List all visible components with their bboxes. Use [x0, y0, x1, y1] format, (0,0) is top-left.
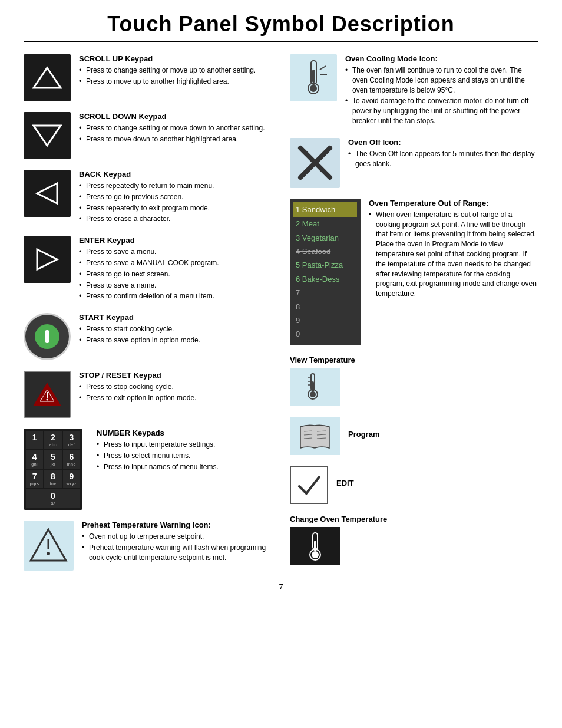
menu-item-3: 3 Vegetarian — [296, 231, 355, 245]
back-icon-box — [24, 170, 71, 217]
start-icon-box — [24, 313, 71, 360]
svg-point-12 — [47, 552, 50, 555]
back-row: BACK Keypad Press repeatedly to return t… — [24, 170, 272, 225]
scroll-up-icon-box — [24, 54, 71, 101]
edit-label: EDIT — [336, 479, 354, 487]
view-temp-section: View Temperature — [290, 355, 538, 406]
scroll-down-icon — [24, 112, 71, 159]
scroll-up-text: SCROLL UP Keypad Press to change setting… — [79, 54, 272, 88]
change-oven-temp-label: Change Oven Temperature — [290, 515, 538, 523]
temp-range-text: Oven Temperature Out of Range: When oven… — [369, 199, 538, 300]
key-1: 1 — [26, 431, 43, 449]
oven-off-label: Oven Off Icon: — [348, 138, 538, 147]
start-row: START Keypad Press to start cooking cycl… — [24, 313, 272, 360]
cooling-row: Oven Cooling Mode Icon: The oven fan wil… — [290, 54, 538, 127]
oven-off-row: Oven Off Icon: The Oven Off Icon appears… — [290, 138, 538, 188]
program-icon — [290, 417, 340, 455]
key-3: 3def — [63, 431, 80, 449]
edit-row: EDIT — [290, 466, 538, 504]
key-5: 5jkl — [44, 450, 61, 469]
stop-bullet-2: Press to exit option in option mode. — [79, 393, 272, 403]
menu-item-4: 4 Seafood — [296, 245, 355, 258]
page-title: Touch Panel Symbol Description — [24, 12, 538, 37]
scroll-up-icon — [24, 54, 71, 101]
preheat-text: Preheat Temperature Warning Icon: Oven n… — [82, 521, 272, 564]
enter-bullet-5: Press to confirm deletion of a menu item… — [79, 291, 272, 301]
menu-item-2: 2 Meat — [296, 217, 355, 230]
preheat-bullet-2: Preheat temperature warning will flash w… — [82, 543, 272, 563]
temp-range-bullet-1: When oven temperature is out of range of… — [369, 210, 538, 299]
stop-icon-box — [24, 371, 71, 418]
number-text: NUMBER Keypads Press to input temperatur… — [97, 429, 272, 473]
key-0: 0&/ — [26, 489, 80, 508]
scroll-down-icon-box — [24, 112, 71, 159]
change-oven-temp-icon — [290, 527, 340, 565]
enter-bullet-1: Press to save a menu. — [79, 247, 272, 257]
svg-marker-2 — [37, 183, 57, 203]
svg-rect-14 — [312, 70, 315, 83]
view-temp-row — [290, 368, 538, 406]
scroll-down-bullet-1: Press to change setting or move down to … — [79, 123, 272, 133]
menu-item-1: 1 Sandwich — [293, 202, 357, 217]
svg-point-16 — [310, 85, 317, 92]
stop-text: STOP / RESET Keypad Press to stop cookin… — [79, 371, 272, 404]
menu-item-8: 8 — [296, 300, 355, 314]
view-temp-icon — [290, 368, 340, 406]
svg-marker-3 — [37, 249, 57, 269]
preheat-icon-box — [24, 521, 74, 571]
number-label: NUMBER Keypads — [97, 429, 272, 437]
scroll-down-label: SCROLL DOWN Keypad — [79, 112, 272, 121]
back-bullet-2: Press to go to previous screen. — [79, 192, 272, 202]
stop-icon — [24, 371, 71, 418]
main-content: SCROLL UP Keypad Press to change setting… — [24, 54, 538, 571]
back-bullet-4: Press to erase a character. — [79, 214, 272, 224]
scroll-up-bullet-1: Press to change setting or move up to an… — [79, 65, 272, 75]
back-label: BACK Keypad — [79, 170, 272, 179]
back-icon — [24, 170, 71, 217]
svg-rect-37 — [314, 541, 316, 551]
scroll-up-row: SCROLL UP Keypad Press to change setting… — [24, 54, 272, 101]
start-label: START Keypad — [79, 313, 272, 322]
oven-off-text: Oven Off Icon: The Oven Off Icon appears… — [348, 138, 538, 170]
stop-label: STOP / RESET Keypad — [79, 371, 272, 380]
stop-row: STOP / RESET Keypad Press to stop cookin… — [24, 371, 272, 418]
key-8: 8tuv — [44, 470, 61, 488]
enter-icon — [24, 236, 71, 283]
svg-marker-1 — [34, 126, 61, 146]
menu-item-7: 7 — [296, 286, 355, 299]
enter-icon-box — [24, 236, 71, 283]
svg-point-36 — [312, 551, 319, 558]
start-icon — [24, 313, 71, 360]
svg-line-17 — [320, 66, 326, 70]
number-bullet-2: Press to select menu items. — [97, 451, 272, 461]
enter-row: ENTER Keypad Press to save a menu. Press… — [24, 236, 272, 302]
edit-section: EDIT — [290, 466, 538, 504]
menu-item-9: 9 — [296, 314, 355, 327]
program-row: Program — [290, 417, 538, 455]
cooling-icon-box — [290, 54, 337, 101]
key-4: 4ghi — [26, 450, 43, 469]
svg-point-9 — [47, 399, 48, 401]
program-section: Program — [290, 417, 538, 455]
preheat-bullet-1: Oven not up to temperature setpoint. — [82, 532, 272, 542]
enter-bullet-3: Press to go to next screen. — [79, 269, 272, 279]
back-bullet-3: Press repeatedly to exit program mode. — [79, 203, 272, 213]
cooling-bullet-1: The oven fan will continue to run to coo… — [345, 65, 538, 95]
change-oven-temp-section: Change Oven Temperature — [290, 515, 538, 565]
scroll-down-text: SCROLL DOWN Keypad Press to change setti… — [79, 112, 272, 146]
temp-range-row: 1 Sandwich 2 Meat 3 Vegetarian 4 Seafood… — [290, 199, 538, 345]
enter-bullet-4: Press to save a name. — [79, 281, 272, 291]
scroll-up-label: SCROLL UP Keypad — [79, 54, 272, 63]
key-9: 9wxyz — [63, 470, 80, 488]
page-number: 7 — [24, 582, 538, 591]
svg-rect-5 — [45, 330, 49, 343]
svg-marker-0 — [34, 68, 61, 88]
keypad-grid: 1 2abc 3def 4ghi 5jkl 6mno 7pqrs 8tuv 9w… — [24, 429, 82, 510]
back-bullet-1: Press repeatedly to return to main menu. — [79, 181, 272, 191]
key-2: 2abc — [44, 431, 61, 449]
preheat-icon — [24, 521, 74, 571]
preheat-row: Preheat Temperature Warning Icon: Oven n… — [24, 521, 272, 571]
title-divider — [24, 41, 538, 42]
menu-item-6: 6 Bake-Dess — [296, 272, 355, 286]
enter-bullet-2: Press to save a MANUAL COOK program. — [79, 258, 272, 268]
